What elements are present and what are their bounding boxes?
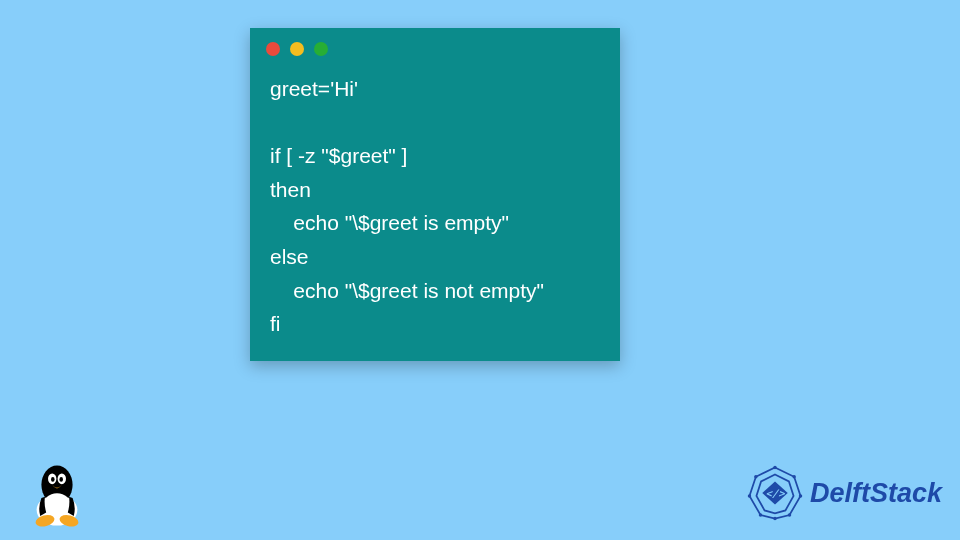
window-controls [250,28,620,62]
code-line: else [270,245,309,268]
svg-text:</>: </> [766,487,786,499]
svg-point-14 [799,494,802,497]
brand-logo-icon: </> [746,464,804,522]
code-line: greet='Hi' [270,77,358,100]
svg-point-16 [748,494,751,497]
minimize-icon [290,42,304,56]
linux-tux-icon [26,456,88,528]
code-block: greet='Hi' if [ -z "$greet" ] then echo … [250,62,620,361]
svg-point-15 [773,517,776,520]
code-line: echo "\$greet is not empty" [270,279,544,302]
code-line: echo "\$greet is empty" [270,211,509,234]
svg-point-17 [792,475,795,478]
code-line: if [ -z "$greet" ] [270,144,407,167]
brand: </> DelftStack [746,464,942,522]
svg-point-13 [773,466,776,469]
svg-point-19 [788,513,791,516]
svg-point-20 [759,513,762,516]
svg-point-18 [754,475,757,478]
code-line: then [270,178,311,201]
brand-name: DelftStack [810,478,942,509]
close-icon [266,42,280,56]
svg-point-5 [51,477,55,482]
maximize-icon [314,42,328,56]
code-window: greet='Hi' if [ -z "$greet" ] then echo … [250,28,620,361]
code-line: fi [270,312,281,335]
svg-point-6 [59,477,63,482]
